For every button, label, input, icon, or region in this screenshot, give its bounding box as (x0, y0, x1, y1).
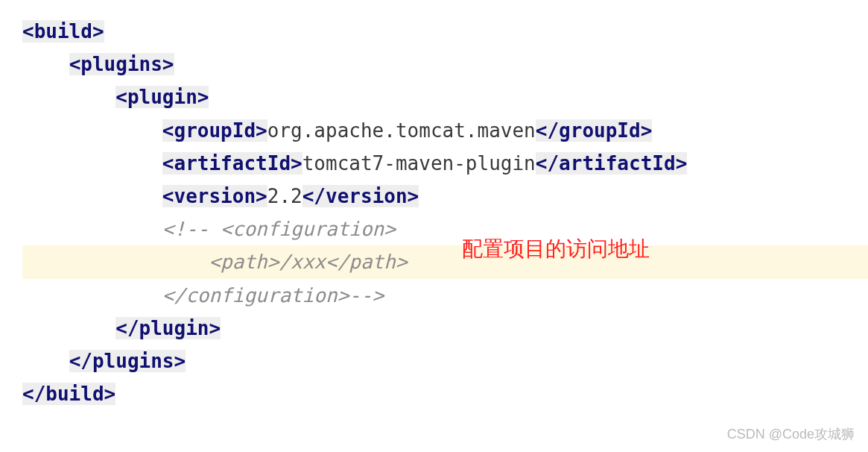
comment-line-3: </configuration>--> (162, 284, 384, 307)
tag-version-close: version (326, 185, 408, 207)
red-annotation: 配置项目的访问地址 (462, 235, 650, 263)
tag-plugin-close: plugin (139, 317, 209, 339)
groupid-value: org.apache.tomcat.maven (267, 119, 536, 142)
comment-line-1: <!-- <configuration> (162, 218, 396, 240)
code-line: <artifactId>tomcat7-maven-plugin</artifa… (22, 147, 868, 180)
tag-plugins-open: plugins (80, 53, 162, 75)
code-line: </configuration>--> (22, 279, 868, 312)
code-line: <groupId>org.apache.tomcat.maven</groupI… (22, 114, 868, 147)
tag-artifactid-open: artifactId (174, 152, 291, 175)
code-block: <build> <plugins> <plugin> <groupId>org.… (0, 0, 868, 410)
tag-plugins-close: plugins (92, 350, 174, 372)
comment-line-2: <path>/xxx</path> (162, 251, 408, 273)
code-line: </plugin> (22, 312, 868, 345)
code-line: </plugins> (22, 345, 868, 377)
tag-plugin-open: plugin (127, 86, 197, 108)
code-line: <!-- <configuration> (22, 213, 868, 245)
code-line-highlighted: <path>/xxx</path> (22, 245, 868, 278)
tag-build-close: build (45, 383, 104, 405)
tag-version-open: version (174, 185, 256, 207)
tag-groupid-close: groupId (559, 119, 641, 142)
watermark-text: CSDN @Code攻城狮 (727, 425, 855, 443)
tag-groupid-open: groupId (174, 119, 256, 142)
code-line: <build> (22, 15, 868, 48)
code-line: </build> (22, 377, 868, 410)
version-value: 2.2 (267, 185, 302, 207)
artifactid-value: tomcat7-maven-plugin (302, 152, 536, 175)
tag-artifactid-close: artifactId (559, 152, 676, 175)
tag-build-open: build (34, 20, 92, 43)
code-line: <plugin> (22, 81, 868, 113)
code-line: <version>2.2</version> (22, 180, 868, 213)
code-line: <plugins> (22, 48, 868, 81)
